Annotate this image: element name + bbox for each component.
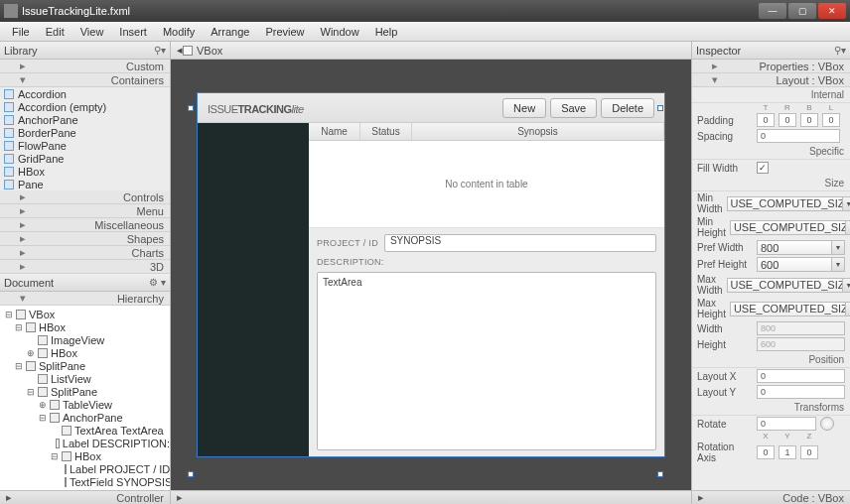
inspector-menu-icon[interactable]: ▾ (841, 45, 846, 56)
library-section-charts[interactable]: ▸Charts (0, 246, 170, 260)
tree-twisty-icon[interactable]: ⊟ (14, 361, 23, 371)
library-section-misc[interactable]: ▸Miscellaneous (0, 218, 170, 232)
tree-twisty-icon[interactable]: ⊟ (14, 322, 23, 332)
tree-twisty-icon[interactable]: ⊟ (4, 310, 13, 319)
properties-header[interactable]: ▸Properties : VBox (692, 60, 850, 73)
tree-node[interactable]: TextField SYNOPSIS (0, 475, 170, 488)
library-search-icon[interactable]: ⚲ (154, 45, 161, 56)
padding-l[interactable] (822, 113, 840, 127)
hierarchy-tree[interactable]: ⊟VBox⊟HBoxImageView⊕HBox⊟SplitPaneListVi… (0, 306, 170, 490)
tree-node[interactable]: ⊟VBox (0, 308, 170, 320)
design-area: ◂ VBox ISSUETRACKINGlite New Save Delete (171, 42, 691, 504)
tree-node[interactable]: ⊕TableView (0, 398, 170, 411)
minheight-combo[interactable]: USE_COMPUTED_SIZE▼ (730, 220, 850, 235)
tree-twisty-icon[interactable]: ⊕ (38, 400, 47, 410)
node-icon (38, 387, 48, 397)
prefheight-combo[interactable]: 600▼ (757, 257, 845, 272)
tree-twisty-icon[interactable]: ⊟ (38, 413, 47, 423)
library-item[interactable]: Accordion (0, 87, 170, 100)
new-button[interactable]: New (502, 98, 546, 118)
controller-strip[interactable]: ▸Controller (0, 490, 170, 504)
rotate-input[interactable] (757, 417, 816, 431)
tree-node[interactable]: Label DESCRIPTION: (0, 437, 170, 449)
maxheight-combo[interactable]: USE_COMPUTED_SIZE▼ (730, 302, 850, 316)
tree-node[interactable]: ⊟SplitPane (0, 385, 170, 398)
menu-insert[interactable]: Insert (111, 24, 155, 40)
menu-edit[interactable]: Edit (38, 24, 72, 40)
tree-node[interactable]: ⊟HBox (0, 320, 170, 333)
library-item[interactable]: GridPane (0, 152, 170, 165)
library-section-custom[interactable]: ▸Custom (0, 60, 170, 73)
minimize-button[interactable]: — (759, 3, 786, 19)
selection-handle[interactable] (657, 105, 663, 111)
col-name[interactable]: Name (309, 123, 360, 140)
minwidth-combo[interactable]: USE_COMPUTED_SIZE▼ (727, 196, 850, 211)
rotaxis-x[interactable] (757, 445, 775, 459)
tree-node[interactable]: TextArea TextArea (0, 424, 170, 437)
library-item-label: Accordion (empty) (18, 101, 106, 113)
menu-preview[interactable]: Preview (257, 24, 312, 40)
fillwidth-checkbox[interactable]: ✓ (757, 162, 769, 174)
delete-button[interactable]: Delete (601, 98, 654, 118)
hierarchy-header[interactable]: ▾Hierarchy (0, 292, 170, 306)
tree-node[interactable]: ⊟HBox (0, 449, 170, 462)
layouty-input[interactable] (757, 385, 845, 399)
padding-t[interactable] (757, 113, 775, 127)
rotaxis-y[interactable] (779, 445, 796, 459)
menu-help[interactable]: Help (367, 24, 406, 40)
selection-handle[interactable] (657, 471, 663, 477)
library-item[interactable]: Accordion (empty) (0, 100, 170, 113)
library-item[interactable]: BorderPane (0, 126, 170, 139)
maximize-button[interactable]: ▢ (788, 3, 816, 19)
tree-node[interactable]: Label PROJECT / ID (0, 462, 170, 475)
rotaxis-z[interactable] (800, 445, 818, 459)
library-section-shapes[interactable]: ▸Shapes (0, 232, 170, 246)
library-menu-icon[interactable]: ▾ (161, 45, 166, 56)
tree-twisty-icon[interactable]: ⊕ (26, 348, 35, 358)
library-item[interactable]: Pane (0, 178, 170, 190)
code-strip[interactable]: ▸Code : VBox (692, 490, 850, 504)
tree-node[interactable]: ⊟SplitPane (0, 359, 170, 372)
design-canvas[interactable]: ISSUETRACKINGlite New Save Delete Name S… (198, 93, 664, 456)
tree-node[interactable]: ⊕HBox (0, 346, 170, 359)
library-section-controls[interactable]: ▸Controls (0, 190, 170, 204)
library-item[interactable]: HBox (0, 165, 170, 178)
padding-b[interactable] (800, 113, 818, 127)
padding-r[interactable] (779, 113, 796, 127)
description-textarea[interactable]: TextArea (317, 272, 656, 450)
tree-twisty-icon[interactable]: ⊟ (50, 451, 59, 461)
document-menu-icon[interactable]: ⚙ ▾ (149, 277, 166, 288)
library-section-containers[interactable]: ▾Containers (0, 73, 170, 87)
table-body[interactable]: No content in table (309, 141, 664, 228)
tree-node[interactable]: ImageView (0, 333, 170, 346)
col-synopsis[interactable]: Synopsis (412, 123, 664, 140)
library-section-3d[interactable]: ▸3D (0, 260, 170, 274)
selection-handle[interactable] (188, 105, 194, 111)
close-button[interactable]: ✕ (818, 3, 846, 19)
layoutx-input[interactable] (757, 369, 845, 383)
rotate-wheel-icon[interactable] (820, 417, 834, 431)
app-sidebar[interactable] (198, 123, 309, 456)
design-breadcrumb[interactable]: ◂ VBox (171, 42, 691, 60)
menu-file[interactable]: File (4, 24, 38, 40)
layout-header[interactable]: ▾Layout : VBox (692, 73, 850, 87)
library-section-menu[interactable]: ▸Menu (0, 204, 170, 218)
menu-window[interactable]: Window (313, 24, 367, 40)
menu-view[interactable]: View (72, 24, 112, 40)
node-icon (56, 439, 60, 448)
library-item[interactable]: FlowPane (0, 139, 170, 152)
library-item[interactable]: AnchorPane (0, 113, 170, 126)
maxwidth-combo[interactable]: USE_COMPUTED_SIZE▼ (727, 278, 850, 293)
synopsis-input[interactable]: SYNOPSIS (384, 234, 656, 252)
selection-handle[interactable] (188, 471, 194, 477)
spacing-input[interactable] (757, 129, 840, 143)
tree-node[interactable]: ⊟AnchorPane (0, 411, 170, 424)
save-button[interactable]: Save (550, 98, 597, 118)
menu-modify[interactable]: Modify (155, 24, 203, 40)
tree-twisty-icon[interactable]: ⊟ (26, 387, 35, 397)
inspector-search-icon[interactable]: ⚲ (834, 45, 841, 56)
tree-node[interactable]: ListView (0, 372, 170, 385)
prefwidth-combo[interactable]: 800▼ (757, 240, 845, 255)
col-status[interactable]: Status (360, 123, 412, 140)
menu-arrange[interactable]: Arrange (203, 24, 257, 40)
